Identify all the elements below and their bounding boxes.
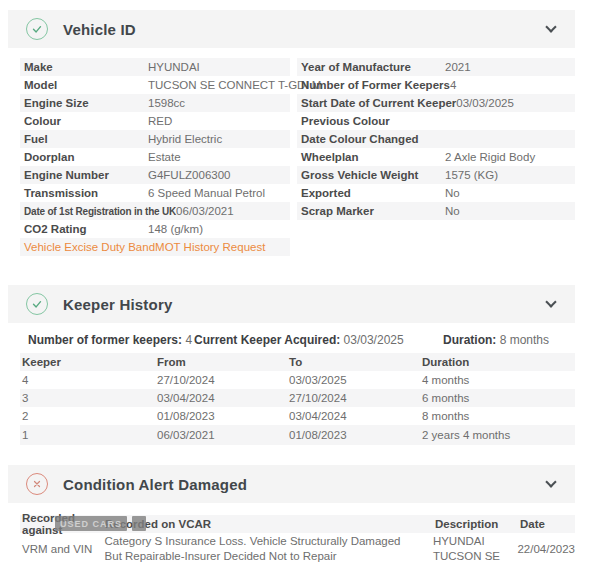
field-label: Doorplan bbox=[24, 151, 148, 163]
field-label: Engine Number bbox=[24, 169, 148, 181]
field-label: Date of 1st Registration in the UK bbox=[24, 206, 176, 217]
table-row: Transmission6 Speed Manual Petrol bbox=[20, 184, 290, 202]
table-row: Gross Vehicle Weight1575 (KG) bbox=[297, 166, 575, 184]
field-label: CO2 Rating bbox=[24, 223, 148, 235]
duration-cell: 4 months bbox=[422, 374, 575, 386]
duration-cell: 8 months bbox=[422, 410, 575, 422]
field-value: No bbox=[445, 205, 460, 217]
chevron-down-icon[interactable] bbox=[545, 296, 556, 307]
vehicle-report-page: Vehicle ID MakeHYUNDAI ModelTUCSON SE CO… bbox=[0, 0, 600, 565]
table-row: Year of Manufacture2021 bbox=[297, 58, 575, 76]
keeper-cell: 2 bbox=[22, 410, 157, 422]
check-circle-icon bbox=[26, 293, 48, 315]
vehicle-details-right-table: Year of Manufacture2021 Number of Former… bbox=[297, 58, 575, 256]
field-label: Gross Vehicle Weight bbox=[301, 169, 445, 181]
summary-label: Current Keeper Acquired: bbox=[194, 333, 340, 347]
field-label: Exported bbox=[301, 187, 445, 199]
keeper-summary: Number of former keepers: 4 Current Keep… bbox=[28, 332, 575, 348]
column-header: Recorded against bbox=[22, 512, 105, 536]
field-value: No bbox=[445, 187, 460, 199]
vehicle-excise-duty-band-link[interactable]: Vehicle Excise Duty Band bbox=[24, 241, 155, 253]
table-row: Vehicle Excise Duty Band MOT History Req… bbox=[20, 238, 290, 256]
table-row: 3 03/04/2024 27/10/2024 6 months bbox=[20, 389, 575, 407]
vehicle-id-header[interactable]: Vehicle ID bbox=[8, 10, 575, 48]
table-row: 2 01/08/2023 03/04/2024 8 months bbox=[20, 407, 575, 425]
field-value: 148 (g/km) bbox=[148, 223, 203, 235]
field-value: G4FULZ006300 bbox=[148, 169, 230, 181]
chevron-down-icon[interactable] bbox=[545, 21, 556, 32]
field-value: 4 bbox=[450, 79, 456, 91]
condition-alert-header[interactable]: Condition Alert Damaged bbox=[8, 465, 575, 503]
table-row: Scrap MarkerNo bbox=[297, 202, 575, 220]
vehicle-id-body: MakeHYUNDAI ModelTUCSON SE CONNECT T-GDI… bbox=[8, 48, 575, 285]
keeper-history-header[interactable]: Keeper History bbox=[8, 285, 575, 323]
description-cell: HYUNDAI TUCSON SE bbox=[433, 534, 518, 564]
column-header: To bbox=[289, 356, 422, 368]
field-label: Fuel bbox=[24, 133, 148, 145]
from-cell: 01/08/2023 bbox=[157, 410, 289, 422]
keeper-cell: 4 bbox=[22, 374, 157, 386]
duration-cell: 6 months bbox=[422, 392, 575, 404]
recorded-on-vcar-cell: Category S Insurance Loss. Vehicle Struc… bbox=[105, 534, 433, 564]
from-cell: 27/10/2024 bbox=[157, 374, 289, 386]
condition-alert-table: Recorded against Recorded on VCAR Descri… bbox=[20, 515, 575, 565]
duration-cell: 2 years 4 months bbox=[422, 429, 575, 441]
column-header: Duration bbox=[422, 356, 575, 368]
table-row: ColourRED bbox=[20, 112, 290, 130]
table-row: Date Colour Changed bbox=[297, 130, 575, 148]
field-label: Transmission bbox=[24, 187, 148, 199]
field-label: Wheelplan bbox=[301, 151, 445, 163]
summary-value: 4 bbox=[185, 333, 192, 347]
table-row: Previous Colour bbox=[297, 112, 575, 130]
field-value: HYUNDAI bbox=[148, 61, 200, 73]
table-row: Date of 1st Registration in the UK06/03/… bbox=[20, 202, 290, 220]
field-label: Start Date of Current Keeper bbox=[301, 97, 456, 109]
table-row: Wheelplan2 Axle Rigid Body bbox=[297, 148, 575, 166]
chevron-down-icon[interactable] bbox=[545, 476, 556, 487]
keeper-cell: 1 bbox=[22, 429, 157, 441]
field-value: 6 Speed Manual Petrol bbox=[148, 187, 265, 199]
table-row: VRM and VIN Category S Insurance Loss. V… bbox=[20, 533, 575, 565]
check-circle-icon bbox=[26, 18, 48, 40]
field-value: 06/03/2021 bbox=[176, 205, 234, 217]
date-cell: 22/04/2023 bbox=[517, 543, 575, 555]
column-header: Recorded on VCAR bbox=[105, 517, 435, 532]
table-row: 1 06/03/2021 01/08/2023 2 years 4 months bbox=[20, 425, 575, 445]
field-value: 2 Axle Rigid Body bbox=[445, 151, 535, 163]
summary-label: Duration: bbox=[443, 333, 496, 347]
field-label: Number of Former Keepers bbox=[301, 79, 450, 91]
summary-label: Number of former keepers: bbox=[28, 333, 182, 347]
current-keeper-acquired-summary: Current Keeper Acquired: 03/03/2025 bbox=[194, 333, 443, 347]
summary-value: 8 months bbox=[500, 333, 549, 347]
field-label: Model bbox=[24, 79, 148, 91]
section-vehicle-id: Vehicle ID MakeHYUNDAI ModelTUCSON SE CO… bbox=[8, 10, 575, 285]
column-header: Description bbox=[435, 517, 520, 532]
from-cell: 06/03/2021 bbox=[157, 429, 289, 441]
field-label: Previous Colour bbox=[301, 115, 445, 127]
table-row: 4 27/10/2024 03/03/2025 4 months bbox=[20, 371, 575, 389]
table-row: FuelHybrid Electric bbox=[20, 130, 290, 148]
field-label: Scrap Marker bbox=[301, 205, 445, 217]
mot-history-request-link[interactable]: MOT History Request bbox=[155, 241, 265, 253]
field-value: TUCSON SE CONNECT T-GDI M bbox=[148, 79, 321, 91]
table-header-row: Keeper From To Duration bbox=[20, 353, 575, 371]
column-header: Keeper bbox=[22, 356, 157, 368]
section-keeper-history: Keeper History Number of former keepers:… bbox=[8, 285, 575, 445]
field-value: 03/03/2025 bbox=[456, 97, 514, 109]
keeper-cell: 3 bbox=[22, 392, 157, 404]
field-value: Estate bbox=[148, 151, 181, 163]
vehicle-details-left-table: MakeHYUNDAI ModelTUCSON SE CONNECT T-GDI… bbox=[20, 58, 290, 256]
to-cell: 27/10/2024 bbox=[289, 392, 422, 404]
to-cell: 03/03/2025 bbox=[289, 374, 422, 386]
table-row: Number of Former Keepers4 bbox=[297, 76, 575, 94]
field-value: 1575 (KG) bbox=[445, 169, 498, 181]
field-label: Engine Size bbox=[24, 97, 148, 109]
table-row: ExportedNo bbox=[297, 184, 575, 202]
table-row: CO2 Rating148 (g/km) bbox=[20, 220, 290, 238]
table-row: ModelTUCSON SE CONNECT T-GDI M bbox=[20, 76, 290, 94]
table-row: Start Date of Current Keeper03/03/2025 bbox=[297, 94, 575, 112]
cross-circle-icon bbox=[26, 473, 48, 495]
field-value: 2021 bbox=[445, 61, 471, 73]
to-cell: 03/04/2024 bbox=[289, 410, 422, 422]
table-header-row: Recorded against Recorded on VCAR Descri… bbox=[20, 515, 575, 533]
